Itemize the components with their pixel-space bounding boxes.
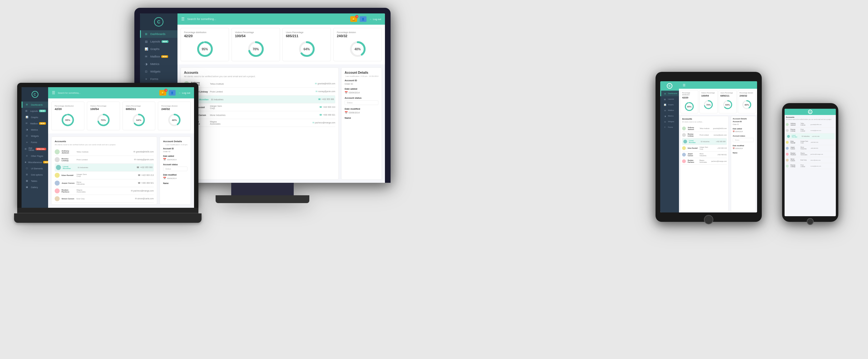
sidebar-item[interactable]: ⊞ App Views SPECIAL (22, 145, 48, 153)
donut-container-3: 40% (337, 40, 378, 58)
sidebar-item-dashboards[interactable]: ⊞ Dashboards (140, 30, 178, 38)
row-name: Edan Randall (790, 141, 799, 144)
sidebar-item[interactable]: ≡ Forms (22, 139, 48, 145)
profile-icon[interactable]: 👤 (360, 16, 367, 22)
detail-field-datemod: Date modified 📅 03/06/2014 (345, 108, 378, 114)
avatar (682, 146, 686, 150)
sidebar-item-widgets[interactable]: ⊡ Widgets (140, 68, 178, 75)
stat-label: Percentage distribution (682, 92, 696, 96)
row-contact: pacheco@manga.com (810, 153, 835, 155)
row-contact: ☎ +432 955 908 (93, 166, 153, 169)
table-row: Jasper CarsonMone Industries+400 468 921 (786, 145, 835, 151)
field-datemod: Date modified 📅 03/06/2014 (163, 174, 187, 180)
sidebar-item[interactable]: ⊞Dashboards (660, 91, 679, 96)
row-company: Proin Limited (801, 164, 809, 168)
value-dateadded: 📅 03/04/2014 (163, 158, 187, 161)
sidebar-item[interactable]: 📊 Graphs (22, 114, 48, 120)
donut: 64% (723, 100, 733, 110)
logout-button[interactable]: →Log out (178, 92, 190, 94)
dashboards-icon: ⊞ (144, 32, 148, 36)
menu-icon[interactable]: ☰ (683, 83, 685, 87)
sidebar-item-mailbox[interactable]: ✉ Mailbox NEW (140, 53, 178, 60)
cal-icon: 📅 (163, 158, 166, 161)
donut-text-0: 95% (202, 48, 208, 51)
sidebar-item-otherpages[interactable]: ⊙ Other Pages (22, 153, 48, 159)
accounts-table: Accounts All clients need to be verified… (51, 137, 157, 205)
stat-label-3: Percentage division (337, 31, 378, 33)
field: Name (733, 152, 754, 154)
logout-button[interactable]: → Log out (369, 18, 381, 21)
sidebar-item[interactable]: ⊞ Grid options (22, 172, 48, 178)
profile-icon[interactable]: 👤 (169, 90, 176, 96)
row-contact: ☎+400 468 921 (229, 114, 335, 116)
laptop-main: ☰ 🔔3 👤 →Log out Percentage distribution (48, 87, 194, 208)
donut-text-1: 70% (252, 48, 259, 51)
tablet-screen: C ⊞Dashboards ▤Layouts 📊Graphs ✉Mailbox … (660, 81, 757, 212)
detail-value-datemod: 📅 03/06/2014 (345, 111, 378, 114)
notification-icon[interactable]: 🔔3 (159, 90, 166, 96)
sidebar-item[interactable]: ⬡ UI Elements (22, 165, 48, 172)
sidebar-item-graphs[interactable]: 📊 Graphs (140, 45, 178, 53)
row-company: Integer Sem Corp. (76, 173, 90, 177)
donut: 64% (132, 113, 146, 127)
account-details: Account Details Last modification: 2:19 … (341, 67, 382, 180)
menu-icon[interactable]: ☰ (181, 17, 185, 21)
menu-icon[interactable]: ☰ (52, 91, 55, 95)
row-company: Proin Limited (801, 129, 809, 132)
email-icon: ✉ (315, 83, 317, 85)
sidebar-item[interactable]: ◑ Metrics (22, 126, 48, 133)
stat-value: 240/32 (161, 108, 187, 111)
notification-icon[interactable]: 🔔 3 (350, 16, 357, 22)
row-contact: ✉rooney@proin.com (229, 90, 335, 93)
stats-row: Percentage distribution 42/20 95% (679, 89, 757, 115)
avatar (786, 123, 788, 126)
sidebar-item-metrics[interactable]: ◑ Metrics (140, 60, 178, 68)
donut-container: 64% (126, 113, 152, 127)
donut-text-3: 40% (354, 48, 361, 51)
phone-home-button[interactable] (807, 218, 814, 225)
donut-text: 95% (687, 106, 691, 108)
row-name: Lionel Mcmillan (689, 140, 699, 143)
search-input[interactable] (187, 18, 348, 21)
section-subtitle: All clients need to be verified... (682, 121, 727, 123)
row-company: Magna Associates (801, 152, 809, 156)
sidebar-item[interactable]: ◑Metrics (660, 113, 679, 119)
sidebar-item[interactable]: ◈ Miscellaneous NEW (22, 159, 48, 165)
stat-value: 100/54 (90, 108, 117, 111)
avatar (55, 188, 60, 193)
tablet-home-button[interactable] (704, 215, 713, 225)
sidebar-item[interactable]: ⊡Widgets (660, 119, 679, 124)
sidebar-item[interactable]: ▦ Tables (22, 178, 48, 184)
sidebar-item[interactable]: ▤Layouts (660, 96, 679, 102)
stat-value-1: 100/54 (235, 34, 277, 38)
sidebar-item[interactable]: 📊Graphs (660, 102, 679, 108)
stats-row: Percentage distribution 42/20 95% (48, 98, 194, 133)
table-row: Edan RandallInteger Sem Corp.+422 600 21… (682, 145, 727, 152)
sidebar-item-forms[interactable]: ≡ Forms (140, 75, 178, 83)
avatar (786, 159, 788, 161)
sidebar-item[interactable]: ▣ Gallery (22, 184, 48, 190)
label-dateadded: Date added (163, 155, 187, 157)
icon: ⬡ (25, 167, 29, 170)
icon: ✉ (663, 109, 667, 112)
search-input[interactable] (58, 92, 157, 94)
stat-card: Users Percentage 685/211 64% (719, 90, 737, 113)
logout-icon: → (369, 18, 372, 21)
sidebar-item[interactable]: ⊞ Dashboards (22, 101, 48, 108)
row-contact: ✉ pacheco@manga.com (92, 190, 154, 192)
sidebar-item-layouts[interactable]: ▤ Layouts NEW (140, 38, 178, 45)
field: Account ID Order ID (733, 121, 754, 125)
sidebar-item[interactable]: ✉ Mailbox NEW (22, 120, 48, 126)
icon: ⊞ (25, 173, 29, 176)
row-name: Rooney Lindsay (62, 158, 75, 161)
icon: ▤ (663, 97, 667, 100)
icon: ⊞ (25, 103, 29, 106)
row-contact: rooney@proin.com (711, 134, 727, 136)
sidebar-item[interactable]: ⊡ Widgets (22, 133, 48, 139)
details-title: Account Details (163, 140, 187, 143)
sidebar-item[interactable]: ✉Mailbox (660, 108, 679, 113)
sidebar-item[interactable]: ≡Forms (660, 124, 679, 130)
donut: 70% (97, 113, 110, 127)
sidebar-item[interactable]: ▤ Layouts NEW (22, 108, 48, 114)
stat-label: Percentage division (161, 105, 187, 107)
